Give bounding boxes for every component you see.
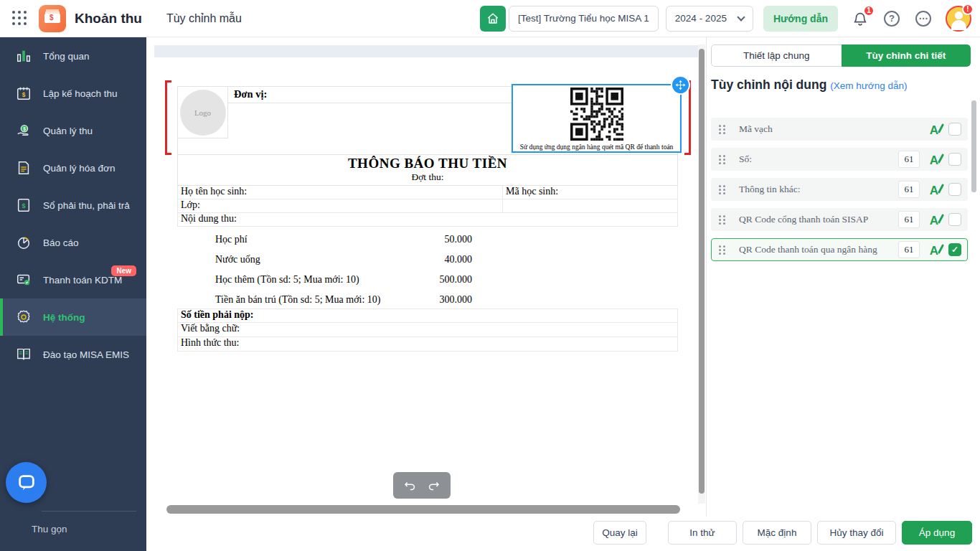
drag-handle-icon[interactable]: [719, 245, 726, 255]
option-qr-ngan-hang[interactable]: QR Code thanh toán qua ngân hàng 61 A ✓: [711, 238, 968, 261]
view-guide-link[interactable]: (Xem hướng dẫn): [830, 80, 907, 91]
student-row[interactable]: Họ tên học sinh: Mã học sinh:: [177, 186, 678, 199]
option-checkbox-checked[interactable]: ✓: [948, 243, 961, 256]
tab-tuy-chinh-chi-tiet[interactable]: Tùy chỉnh chi tiết: [842, 44, 971, 67]
student-code-label: Mã học sinh:: [503, 186, 677, 199]
fee-list: Học phí 50.000 Nước uống 40.000 Học thêm…: [177, 230, 678, 310]
total-row[interactable]: Số tiền phải nộp:: [177, 309, 678, 323]
logo-placeholder-cell[interactable]: Logo: [178, 87, 228, 138]
test-print-button[interactable]: In thử: [668, 521, 737, 545]
panel-scrollbar[interactable]: [971, 100, 976, 192]
back-button[interactable]: Quay lại: [593, 521, 646, 545]
app-header: $ Khoản thu Tùy chỉnh mẫu [Test] Trường …: [0, 0, 980, 37]
app-name: Khoản thu: [75, 11, 142, 27]
logo-circle: Logo: [180, 90, 226, 136]
content-row[interactable]: Nội dung thu:: [177, 213, 678, 227]
chat-support-button[interactable]: [6, 462, 47, 503]
font-settings-icon[interactable]: A: [925, 121, 943, 138]
undo-redo-toolbar: [393, 472, 451, 499]
chat-bubble-icon: [17, 473, 37, 493]
notifications-button[interactable]: 1: [851, 9, 870, 28]
redo-icon[interactable]: [427, 479, 440, 492]
sidebar-item-tong-quan[interactable]: Tổng quan: [0, 37, 146, 75]
font-size-value[interactable]: 61: [898, 181, 920, 198]
home-icon[interactable]: [480, 6, 506, 32]
gear-icon: [16, 309, 32, 325]
sidebar-item-dao-tao[interactable]: Đào tạo MISA EMIS: [0, 336, 146, 373]
option-checkbox[interactable]: [948, 213, 961, 226]
drag-handle-icon[interactable]: [719, 155, 726, 164]
option-so[interactable]: Số: 61 A: [711, 148, 968, 171]
sidebar-item-he-thong[interactable]: Hệ thống: [0, 298, 146, 336]
fee-row: Nước uống 40.000: [177, 250, 678, 270]
apply-button[interactable]: Áp dụng: [902, 521, 972, 545]
avatar-person-icon: [955, 11, 963, 19]
class-label: Lớp:: [178, 199, 503, 212]
drag-handle-icon[interactable]: [719, 185, 726, 194]
sidebar-item-thanh-toan-kdtm[interactable]: Thanh toán KDTM New: [0, 261, 146, 298]
sidebar-item-quan-ly-thu[interactable]: $ Quản lý thu: [0, 112, 146, 149]
app-launcher-icon[interactable]: [11, 10, 29, 27]
khoan-thu-app-icon[interactable]: $: [39, 5, 66, 32]
student-name-label: Họ tên học sinh:: [178, 186, 503, 199]
school-year-dropdown[interactable]: 2024 - 2025: [666, 6, 753, 32]
option-ma-vach[interactable]: Mã vạch A: [711, 118, 968, 141]
fee-row: Học thêm (Tồn sd: 5; Mua mới: 10) 500.00…: [177, 270, 678, 290]
panel-tabs: Thiết lập chung Tùy chỉnh chi tiết: [711, 44, 971, 67]
in-words-row[interactable]: Viết bằng chữ:: [177, 323, 678, 337]
footer-actions: Quay lại In thử Mặc định Hủy thay đổi Áp…: [146, 517, 980, 551]
cancel-changes-button[interactable]: Hủy thay đổi: [817, 521, 896, 545]
canvas-horizontal-scrollbar[interactable]: [166, 505, 680, 514]
default-button[interactable]: Mặc định: [743, 521, 811, 545]
canvas-vertical-scrollbar[interactable]: [699, 49, 705, 494]
option-qr-sisap[interactable]: QR Code cổng thanh toán SISAP 61 A: [711, 208, 968, 231]
user-avatar[interactable]: !: [946, 6, 971, 32]
option-thong-tin-khac[interactable]: Thông tin khác: 61 A: [711, 178, 968, 201]
method-label: Hình thức thu:: [178, 337, 239, 351]
font-size-value[interactable]: 61: [898, 241, 920, 258]
font-settings-icon[interactable]: A: [925, 211, 943, 228]
document-title-block[interactable]: THÔNG BÁO THU TIỀN Đợt thu:: [177, 154, 678, 186]
crop-mark-left: [165, 80, 171, 155]
hand-coin-icon: $: [16, 123, 32, 138]
option-checkbox[interactable]: [948, 153, 961, 166]
drag-handle-icon[interactable]: [719, 125, 726, 134]
period-label: Đợt thu:: [178, 171, 677, 183]
panel-heading: Tùy chỉnh nội dung (Xem hướng dẫn): [711, 77, 907, 93]
font-size-value[interactable]: 61: [898, 211, 920, 228]
font-settings-icon[interactable]: A: [925, 151, 943, 168]
total-label: Số tiền phải nộp:: [178, 309, 254, 322]
sidebar-divider: [42, 511, 136, 512]
school-selector[interactable]: [Test] Trường Tiểu học MISA 1: [480, 6, 659, 32]
guide-button[interactable]: Hướng dẫn: [763, 6, 838, 32]
collapse-sidebar-button[interactable]: Thu gọn: [32, 524, 67, 534]
qr-code-image: [570, 88, 623, 141]
font-settings-icon[interactable]: A: [925, 241, 943, 258]
tab-thiet-lap-chung[interactable]: Thiết lập chung: [711, 44, 842, 67]
sidebar-item-quan-ly-hoa-don[interactable]: Quản lý hóa đơn: [0, 149, 146, 187]
class-row[interactable]: Lớp:: [177, 199, 678, 213]
option-checkbox[interactable]: [948, 123, 961, 136]
font-size-value[interactable]: 61: [898, 151, 920, 168]
svg-text:$: $: [23, 126, 26, 132]
school-name[interactable]: [Test] Trường Tiểu học MISA 1: [509, 6, 659, 32]
move-handle-icon[interactable]: [671, 75, 690, 95]
avatar-badge: !: [962, 4, 974, 15]
fee-row: Tiền ăn bán trú (Tồn sd: 5; Mua mới: 10)…: [177, 290, 678, 310]
method-row[interactable]: Hình thức thu:: [177, 337, 678, 352]
sidebar-item-so-phai-thu[interactable]: $ Sổ phải thu, phải trả: [0, 187, 146, 224]
sidebar-item-lap-ke-hoach-thu[interactable]: $ Lập kế hoạch thu: [0, 75, 146, 112]
help-button[interactable]: ?: [882, 9, 901, 28]
undo-icon[interactable]: [403, 479, 417, 492]
more-options-button[interactable]: ⋯: [914, 9, 933, 28]
ellipsis-icon: ⋯: [915, 11, 931, 27]
option-checkbox[interactable]: [948, 183, 961, 196]
in-words-label: Viết bằng chữ:: [178, 323, 240, 336]
document-title: THÔNG BÁO THU TIỀN: [178, 156, 677, 171]
font-settings-icon[interactable]: A: [925, 181, 943, 198]
drag-handle-icon[interactable]: [719, 215, 726, 225]
qr-bank-block-selected[interactable]: Sử dụng ứng dụng ngân hàng quét mã QR để…: [512, 84, 682, 153]
sidebar-item-bao-cao[interactable]: Báo cáo: [0, 224, 146, 261]
card-check-icon: [16, 272, 32, 288]
calendar-money-icon: $: [16, 85, 32, 101]
